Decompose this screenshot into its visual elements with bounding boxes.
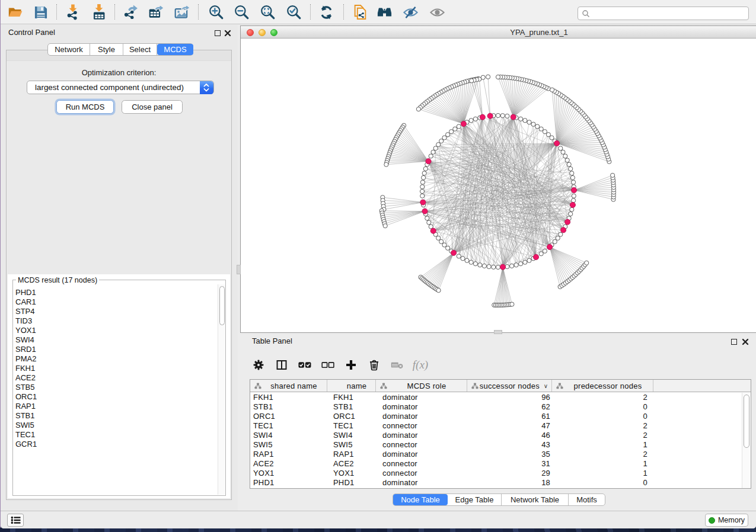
import-network-icon[interactable] xyxy=(65,4,81,20)
float-table-panel-icon[interactable] xyxy=(731,339,737,345)
tab-edge-table[interactable]: Edge Table xyxy=(448,494,502,505)
run-mcds-button[interactable]: Run MCDS xyxy=(56,100,114,114)
mcds-result-item[interactable]: STP4 xyxy=(14,307,218,316)
show-all-icon[interactable] xyxy=(429,4,445,20)
save-session-icon[interactable] xyxy=(33,4,49,20)
mcds-result-list[interactable]: PHD1CAR1STP4TID3YOX1SWI4SRD1PMA2FKH1ACE2… xyxy=(14,288,218,495)
select-all-icon[interactable] xyxy=(298,358,311,371)
mcds-result-item[interactable]: TID3 xyxy=(14,316,218,326)
function-builder-icon[interactable]: f(x) xyxy=(414,358,427,371)
close-window-icon[interactable] xyxy=(247,29,254,37)
tab-select[interactable]: Select xyxy=(123,44,157,55)
zoom-out-icon[interactable] xyxy=(234,4,250,20)
refresh-view-icon[interactable] xyxy=(318,4,334,20)
delete-row-icon[interactable] xyxy=(368,358,381,371)
export-table-icon[interactable] xyxy=(148,4,164,20)
criterion-dropdown[interactable]: largest connected component (undirected) xyxy=(27,81,214,94)
table-cell: 62 xyxy=(467,402,552,412)
mcds-result-item[interactable]: TEC1 xyxy=(14,430,218,440)
search-field[interactable] xyxy=(578,7,749,20)
table-row[interactable]: TEC1TEC1connector472 xyxy=(250,421,751,431)
column-header-name[interactable]: name xyxy=(327,380,376,392)
table-scrollbar[interactable] xyxy=(742,393,750,488)
mcds-result-item[interactable]: FKH1 xyxy=(14,364,218,373)
scrollbar-thumb[interactable] xyxy=(744,395,749,448)
table-cell: 1 xyxy=(552,469,653,478)
tab-node-table[interactable]: Node Table xyxy=(393,494,448,505)
export-image-icon[interactable] xyxy=(174,4,190,20)
mcds-result-item[interactable]: YOX1 xyxy=(14,326,218,335)
delete-table-icon[interactable] xyxy=(391,358,404,371)
mcds-result-item[interactable]: SWI4 xyxy=(14,335,218,345)
minimize-window-icon[interactable] xyxy=(259,29,266,37)
table-cell: 35 xyxy=(467,450,552,459)
scrollbar-thumb[interactable] xyxy=(219,286,225,325)
clone-network-icon[interactable] xyxy=(352,4,368,20)
table-cell: connector xyxy=(376,469,467,478)
table-row[interactable]: ORC1ORC1dominator610 xyxy=(250,412,751,421)
tab-mcds[interactable]: MCDS xyxy=(157,44,193,55)
mcds-result-item[interactable]: CAR1 xyxy=(14,297,218,307)
table-cell: ORC1 xyxy=(250,412,327,421)
horizontal-splitter-handle[interactable] xyxy=(494,330,502,334)
deselect-all-icon[interactable] xyxy=(321,358,334,371)
import-table-icon[interactable] xyxy=(91,4,107,20)
close-panel-icon[interactable] xyxy=(224,30,231,37)
table-row[interactable]: YOX1YOX1connector291 xyxy=(250,469,751,478)
table-row[interactable]: SWI4SWI4dominator462 xyxy=(250,431,751,440)
toolbar-separator xyxy=(56,4,57,20)
table-header: shared namenameMCDS rolesuccessor nodes∨… xyxy=(250,380,751,392)
tab-network-table[interactable]: Network Table xyxy=(502,494,569,505)
show-column-icon[interactable] xyxy=(275,358,288,371)
mcds-list-scrollbar[interactable] xyxy=(218,284,225,495)
table-cell: 31 xyxy=(467,459,552,469)
network-graph[interactable] xyxy=(241,39,756,333)
memory-button[interactable]: Memory xyxy=(705,514,748,527)
close-panel-button[interactable]: Close panel xyxy=(122,100,183,114)
table-row[interactable]: SWI5SWI5connector431 xyxy=(250,440,751,450)
tab-motifs[interactable]: Motifs xyxy=(569,494,605,505)
float-panel-icon[interactable] xyxy=(215,30,221,36)
search-input[interactable] xyxy=(590,7,748,20)
zoom-fit-icon[interactable] xyxy=(260,4,276,20)
table-row[interactable]: PHD1PHD1dominator180 xyxy=(250,478,751,488)
network-window-titlebar[interactable]: YPA_prune.txt_1 xyxy=(241,26,756,39)
add-row-icon[interactable] xyxy=(344,358,358,371)
mcds-result-item[interactable]: PHD1 xyxy=(14,288,218,297)
table-cell: SWI4 xyxy=(250,431,327,440)
table-rows: FKH1FKH1dominator962STB1STB1dominator620… xyxy=(250,393,751,488)
tab-network[interactable]: Network xyxy=(48,44,90,55)
table-row[interactable]: RAP1RAP1dominator352 xyxy=(250,450,751,459)
first-neighbors-icon[interactable] xyxy=(377,4,393,20)
control-panel-title: Control Panel xyxy=(8,28,55,37)
mcds-result-item[interactable]: STB5 xyxy=(14,383,218,392)
mcds-result-item[interactable]: SWI5 xyxy=(14,421,218,430)
hide-selected-icon[interactable] xyxy=(403,4,419,20)
vertical-splitter-handle[interactable] xyxy=(237,265,241,274)
column-header-MCDS-role[interactable]: MCDS role xyxy=(376,380,467,392)
export-network-icon[interactable] xyxy=(122,4,138,20)
zoom-selected-icon[interactable] xyxy=(286,4,302,20)
mcds-result-item[interactable]: PMA2 xyxy=(14,354,218,364)
close-table-panel-icon[interactable] xyxy=(742,338,749,345)
table-options-icon[interactable] xyxy=(252,358,265,371)
column-header-predecessor-nodes[interactable]: predecessor nodes xyxy=(552,380,653,392)
zoom-in-icon[interactable] xyxy=(208,4,224,20)
mcds-result-item[interactable]: STB1 xyxy=(14,411,218,421)
column-header-shared-name[interactable]: shared name xyxy=(250,380,327,392)
maximize-window-icon[interactable] xyxy=(270,29,278,37)
tab-style[interactable]: Style xyxy=(90,44,123,55)
mcds-result-item[interactable]: SRD1 xyxy=(14,345,218,354)
show-panels-button[interactable] xyxy=(7,514,24,527)
mcds-result-item[interactable]: ACE2 xyxy=(14,373,218,383)
open-file-icon[interactable] xyxy=(7,4,23,20)
mcds-result-item[interactable]: ORC1 xyxy=(14,392,218,402)
table-toolbar: f(x) xyxy=(252,357,427,373)
table-row[interactable]: STB1STB1dominator620 xyxy=(250,402,751,412)
table-row[interactable]: ACE2ACE2connector311 xyxy=(250,459,751,469)
table-row[interactable]: FKH1FKH1dominator962 xyxy=(250,393,751,402)
mcds-result-item[interactable]: RAP1 xyxy=(14,402,218,411)
mcds-result-item[interactable]: GCR1 xyxy=(14,440,218,449)
column-header-successor-nodes[interactable]: successor nodes∨ xyxy=(467,380,552,392)
table-cell: STB1 xyxy=(327,402,376,412)
